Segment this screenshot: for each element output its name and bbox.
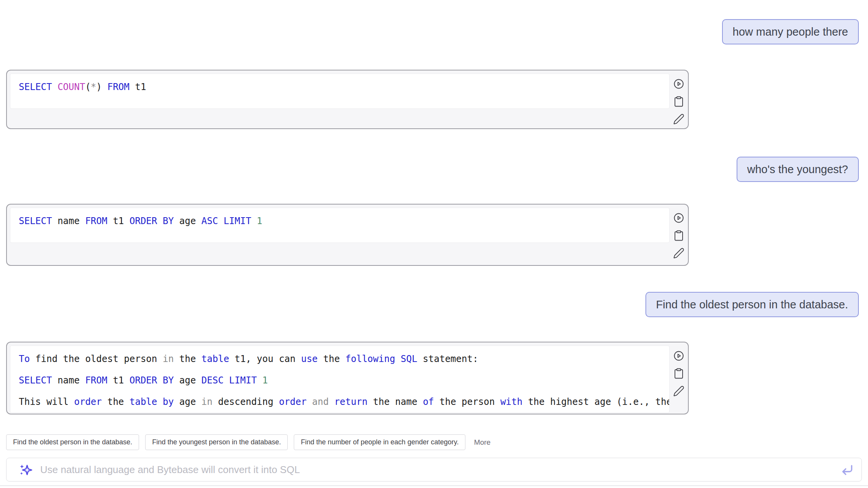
suggestion-gender-count-button[interactable]: Find the number of people in each gender… xyxy=(294,434,465,450)
play-circle-icon xyxy=(673,350,685,362)
sql-code-line: SELECT name FROM t1 ORDER BY age DESC LI… xyxy=(10,370,669,391)
sql-actions xyxy=(670,70,688,125)
assistant-sql-message: To find the oldest person in the table t… xyxy=(6,342,689,414)
composer xyxy=(6,458,862,481)
user-message: Find the oldest person in the database. xyxy=(645,292,859,317)
user-message: who's the youngest? xyxy=(737,157,859,182)
sparkles-icon xyxy=(19,463,33,477)
run-sql-button[interactable] xyxy=(673,78,685,90)
suggestion-bar: Find the oldest person in the database. … xyxy=(6,434,862,450)
pencil-icon xyxy=(673,385,685,397)
run-sql-button[interactable] xyxy=(673,212,685,224)
edit-sql-button[interactable] xyxy=(673,113,685,125)
sql-code-line: SELECT COUNT(*) FROM t1 xyxy=(10,76,669,98)
more-suggestions-button[interactable]: More xyxy=(474,438,490,447)
play-circle-icon xyxy=(673,78,685,90)
user-message: how many people there xyxy=(722,19,859,44)
user-message-row: Find the oldest person in the database. xyxy=(0,292,868,317)
copy-sql-button[interactable] xyxy=(673,230,685,241)
pencil-icon xyxy=(673,247,685,259)
clipboard-icon xyxy=(673,368,685,379)
suggestion-oldest-person-button[interactable]: Find the oldest person in the database. xyxy=(6,434,139,450)
assistant-sql-message: SELECT COUNT(*) FROM t1 xyxy=(6,70,689,129)
pencil-icon xyxy=(673,113,685,125)
user-message-row: who's the youngest? xyxy=(0,157,868,182)
sql-actions xyxy=(670,205,688,259)
natural-language-input[interactable] xyxy=(7,458,861,481)
suggestion-youngest-person-button[interactable]: Find the youngest person in the database… xyxy=(145,434,288,450)
edit-sql-button[interactable] xyxy=(673,385,685,397)
sql-code-line: To find the oldest person in the table t… xyxy=(10,348,669,370)
sql-editor[interactable]: SELECT COUNT(*) FROM t1 xyxy=(10,74,670,109)
sql-code-line: SELECT name FROM t1 ORDER BY age ASC LIM… xyxy=(10,210,669,232)
sql-code-line: This will order the table by age in desc… xyxy=(10,391,669,413)
edit-sql-button[interactable] xyxy=(673,247,685,259)
chat-thread: how many people thereSELECT COUNT(*) FRO… xyxy=(0,19,868,414)
sql-editor[interactable]: SELECT name FROM t1 ORDER BY age ASC LIM… xyxy=(10,208,670,243)
clipboard-icon xyxy=(673,96,685,107)
copy-sql-button[interactable] xyxy=(673,96,685,107)
user-message-row: how many people there xyxy=(0,19,868,44)
return-icon[interactable] xyxy=(841,463,854,477)
bottom-panel-edge xyxy=(0,485,868,488)
play-circle-icon xyxy=(673,212,685,224)
sql-editor[interactable]: To find the oldest person in the table t… xyxy=(10,346,670,413)
run-sql-button[interactable] xyxy=(673,350,685,362)
clipboard-icon xyxy=(673,230,685,241)
copy-sql-button[interactable] xyxy=(673,368,685,379)
sql-actions xyxy=(670,342,688,397)
assistant-sql-message: SELECT name FROM t1 ORDER BY age ASC LIM… xyxy=(6,204,689,266)
